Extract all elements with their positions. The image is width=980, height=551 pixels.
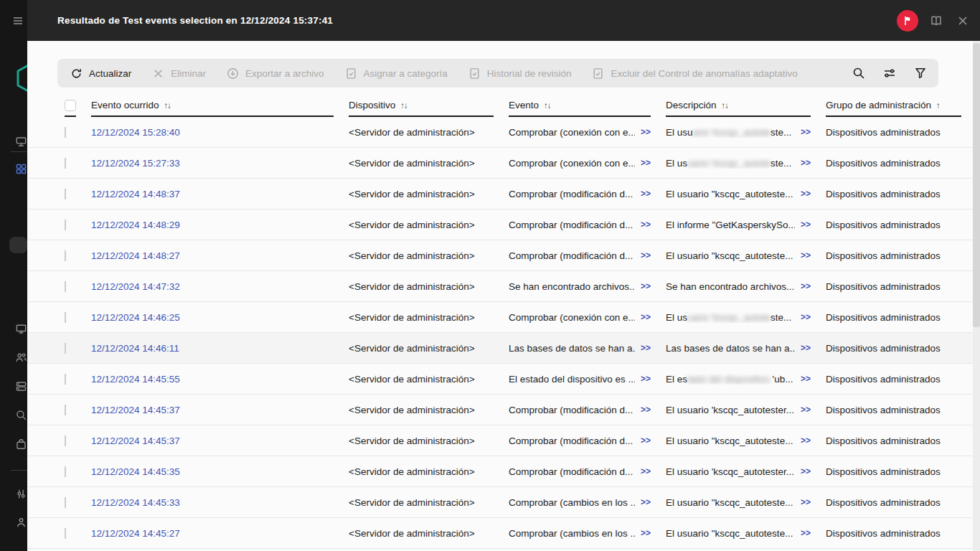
expand-description-link[interactable]: >>	[801, 312, 811, 322]
assign-category-button[interactable]: Asignar a categoría	[345, 67, 448, 80]
settings-sliders-icon[interactable]	[15, 488, 27, 500]
row-checkbox[interactable]	[65, 250, 66, 261]
column-header-descripcion[interactable]: Descripción ↑↓	[666, 95, 811, 117]
expand-description-link[interactable]: >>	[801, 281, 811, 291]
row-checkbox[interactable]	[65, 158, 66, 169]
expand-event-link[interactable]: >>	[641, 497, 651, 507]
marketplace-bag-icon[interactable]	[15, 438, 27, 451]
event-time-link[interactable]: 12/12/2024 15:28:40	[91, 127, 180, 138]
expand-description-link[interactable]: >>	[801, 435, 811, 446]
event-time-link[interactable]: 12/12/2024 14:45:55	[91, 374, 180, 385]
expand-description-link[interactable]: >>	[801, 250, 811, 260]
expand-description-link[interactable]: >>	[801, 374, 811, 384]
event-time-link[interactable]: 12/12/2024 14:45:37	[91, 435, 180, 446]
devices-monitor-icon[interactable]	[15, 323, 27, 335]
expand-description-link[interactable]: >>	[801, 220, 811, 230]
expand-event-link[interactable]: >>	[641, 466, 651, 476]
event-time-link[interactable]: 12/12/2024 14:46:11	[91, 343, 179, 354]
event-time-link[interactable]: 12/12/2024 14:45:27	[91, 528, 180, 539]
account-icon[interactable]	[15, 517, 27, 529]
revision-history-button[interactable]: Historial de revisión	[468, 67, 572, 80]
expand-description-link[interactable]: >>	[801, 528, 811, 538]
event-time-link[interactable]: 12/12/2024 14:45:35	[91, 466, 180, 477]
export-button[interactable]: Exportar a archivo	[227, 67, 324, 80]
table-row[interactable]: 12/12/2024 14:48:27 <Servidor de adminis…	[27, 240, 980, 271]
close-button[interactable]	[954, 12, 971, 29]
expand-event-link[interactable]: >>	[641, 528, 651, 538]
sidebar-active-item[interactable]	[9, 237, 27, 253]
column-header-evento[interactable]: Evento ↑↓	[509, 95, 651, 117]
event-time-link[interactable]: 12/12/2024 14:45:37	[91, 405, 180, 415]
expand-event-link[interactable]: >>	[641, 312, 651, 322]
sort-icon[interactable]: ↑↓	[544, 101, 551, 110]
row-checkbox[interactable]	[65, 405, 66, 415]
event-time-link[interactable]: 12/12/2024 14:48:29	[91, 220, 180, 230]
event-time-link[interactable]: 12/12/2024 14:45:33	[91, 497, 180, 508]
row-checkbox[interactable]	[65, 466, 66, 477]
expand-event-link[interactable]: >>	[641, 127, 651, 137]
table-row[interactable]: 12/12/2024 14:45:55 <Servidor de adminis…	[27, 364, 980, 395]
exclude-adaptive-anomalies-button[interactable]: Excluir del Control de anomalías adaptat…	[592, 67, 797, 80]
row-checkbox[interactable]	[65, 189, 66, 199]
table-row[interactable]: 12/12/2024 15:27:33 <Servidor de adminis…	[27, 148, 980, 179]
expand-event-link[interactable]: >>	[641, 250, 651, 260]
table-row[interactable]: 12/12/2024 14:45:27 <Servidor de adminis…	[27, 518, 980, 549]
menu-icon[interactable]	[12, 15, 24, 27]
row-checkbox[interactable]	[65, 528, 66, 539]
expand-event-link[interactable]: >>	[641, 374, 651, 384]
row-checkbox[interactable]	[65, 220, 66, 230]
row-checkbox[interactable]	[65, 312, 66, 323]
row-checkbox[interactable]	[65, 374, 66, 385]
dashboard-grid-icon[interactable]	[15, 163, 27, 175]
expand-event-link[interactable]: >>	[641, 220, 651, 230]
row-checkbox[interactable]	[65, 497, 66, 508]
table-row[interactable]: 12/12/2024 14:45:35 <Servidor de adminis…	[27, 456, 980, 487]
sort-icon[interactable]: ↑↓	[722, 101, 729, 110]
select-all-checkbox[interactable]	[65, 100, 76, 111]
table-row[interactable]: 12/12/2024 14:46:25 <Servidor de adminis…	[27, 302, 980, 333]
help-book-button[interactable]	[928, 12, 945, 29]
expand-event-link[interactable]: >>	[641, 405, 651, 415]
table-row[interactable]: 12/12/2024 15:28:40 <Servidor de adminis…	[27, 117, 980, 148]
search-button[interactable]	[852, 67, 865, 80]
expand-description-link[interactable]: >>	[801, 497, 811, 507]
table-row[interactable]: 12/12/2024 14:48:37 <Servidor de adminis…	[27, 179, 980, 209]
expand-description-link[interactable]: >>	[801, 405, 811, 415]
refresh-button[interactable]: Actualizar	[70, 67, 131, 80]
table-row[interactable]: 12/12/2024 14:45:33 <Servidor de adminis…	[27, 487, 980, 518]
storage-icon[interactable]	[15, 380, 27, 392]
expand-event-link[interactable]: >>	[641, 343, 651, 353]
event-time-link[interactable]: 12/12/2024 14:46:25	[91, 312, 180, 323]
table-row[interactable]: 12/12/2024 14:48:29 <Servidor de adminis…	[27, 209, 980, 240]
expand-event-link[interactable]: >>	[641, 189, 651, 199]
notifications-flag-button[interactable]	[897, 10, 918, 32]
delete-button[interactable]: Eliminar	[152, 67, 206, 80]
expand-event-link[interactable]: >>	[641, 281, 651, 291]
table-row[interactable]: 12/12/2024 14:47:32 <Servidor de adminis…	[27, 271, 980, 302]
expand-description-link[interactable]: >>	[801, 343, 811, 353]
column-header-grupo-administracion[interactable]: Grupo de administración ↑	[826, 95, 961, 117]
table-row[interactable]: 12/12/2024 14:45:37 <Servidor de adminis…	[27, 425, 980, 456]
row-checkbox[interactable]	[65, 343, 66, 354]
table-row[interactable]: 12/12/2024 14:45:37 <Servidor de adminis…	[27, 395, 980, 425]
expand-description-link[interactable]: >>	[801, 189, 811, 199]
filter-button[interactable]	[913, 67, 927, 80]
event-time-link[interactable]: 12/12/2024 14:47:32	[91, 281, 180, 292]
expand-description-link[interactable]: >>	[801, 466, 811, 476]
expand-description-link[interactable]: >>	[801, 158, 811, 168]
event-time-link[interactable]: 12/12/2024 14:48:37	[91, 189, 180, 199]
event-time-link[interactable]: 12/12/2024 15:27:33	[91, 158, 180, 169]
column-header-dispositivo[interactable]: Dispositivo ↑↓	[349, 95, 494, 117]
expand-description-link[interactable]: >>	[801, 127, 811, 137]
scrollbar-thumb[interactable]	[973, 43, 980, 327]
search-sidebar-icon[interactable]	[15, 409, 27, 421]
row-checkbox[interactable]	[65, 281, 66, 292]
sort-icon[interactable]: ↑↓	[400, 101, 407, 110]
row-checkbox[interactable]	[65, 435, 66, 446]
columns-settings-button[interactable]	[882, 67, 896, 80]
table-row[interactable]: 12/12/2024 14:46:11 <Servidor de adminis…	[27, 333, 980, 364]
expand-event-link[interactable]: >>	[641, 435, 651, 446]
row-checkbox[interactable]	[65, 127, 66, 138]
column-header-evento-ocurrido[interactable]: Evento ocurrido ↑↓	[91, 95, 334, 117]
event-time-link[interactable]: 12/12/2024 14:48:27	[91, 250, 180, 261]
